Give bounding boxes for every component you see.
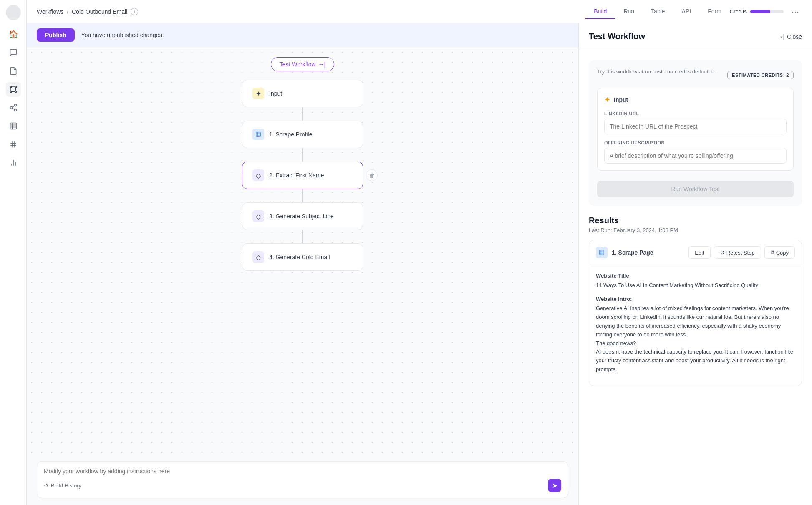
node-scrape-label: 1. Scrape Profile (269, 131, 313, 138)
close-arrow-icon: →| (777, 33, 785, 40)
sidebar: 🏠 (0, 0, 27, 505)
trial-header: Try this workflow at no cost - no credit… (597, 68, 794, 81)
input-section-title: Input (614, 96, 628, 103)
node-extract-label: 2. Extract First Name (269, 172, 324, 179)
breadcrumb-current: Cold Outbound Email (72, 8, 127, 15)
publish-message: You have unpublished changes. (81, 32, 164, 38)
result-card-body: Website Title: 11 Ways To Use AI In Cont… (589, 265, 802, 386)
node-scrape-icon (252, 129, 264, 140)
svg-point-10 (14, 109, 16, 111)
sidebar-item-analytics[interactable] (6, 155, 21, 170)
credits-progress-bar (750, 10, 784, 13)
result-actions: Edit ↺ Retest Step ⧉ Copy (688, 246, 795, 259)
sidebar-item-messages[interactable] (6, 45, 21, 60)
website-intro-value: Generative AI inspires a lot of mixed fe… (596, 304, 795, 374)
credits-label: Credits (730, 8, 747, 15)
svg-point-0 (10, 86, 11, 88)
close-button[interactable]: →| Close (777, 33, 802, 40)
modify-input[interactable] (44, 468, 561, 475)
svg-point-8 (14, 104, 16, 106)
offering-description-input[interactable] (604, 148, 787, 164)
node-extract-icon: ◇ (252, 169, 264, 181)
retest-icon: ↺ (720, 250, 725, 256)
svg-line-12 (12, 106, 15, 107)
node-subject[interactable]: ◇ 3. Generate Subject Line (242, 202, 363, 230)
tab-build[interactable]: Build (585, 5, 615, 19)
sidebar-item-document[interactable] (6, 63, 21, 78)
connector-3 (302, 189, 303, 202)
tab-table[interactable]: Table (643, 5, 673, 19)
test-workflow-button[interactable]: Test Workflow →| (271, 57, 335, 71)
publish-bar: Publish You have unpublished changes. (27, 23, 578, 47)
node-email[interactable]: ◇ 4. Generate Cold Email (242, 243, 363, 271)
node-scrape[interactable]: 1. Scrape Profile (242, 121, 363, 148)
svg-rect-13 (10, 123, 16, 129)
svg-line-20 (14, 141, 15, 148)
results-subtitle: Last Run: February 3, 2024, 1:08 PM (589, 227, 802, 233)
sidebar-item-integrations[interactable] (6, 100, 21, 115)
send-button[interactable]: ➤ (548, 479, 561, 492)
sidebar-item-workflows[interactable] (6, 82, 21, 97)
more-options-button[interactable]: ⋯ (789, 5, 802, 18)
copy-button[interactable]: ⧉ Copy (764, 246, 795, 259)
svg-point-2 (10, 91, 11, 92)
workflow-nodes: ✦ Input 1. Scrape Profile ◇ (242, 80, 363, 271)
node-subject-label: 3. Generate Subject Line (269, 213, 334, 220)
sidebar-item-home[interactable]: 🏠 (6, 27, 21, 42)
svg-point-1 (15, 86, 16, 88)
run-workflow-test-button[interactable]: Run Workflow Test (597, 181, 794, 197)
sidebar-item-hashtag[interactable] (6, 137, 21, 152)
test-workflow-label: Test Workflow (280, 61, 316, 68)
website-title-value: 11 Ways To Use AI In Content Marketing W… (596, 281, 795, 290)
right-panel: Test Workflow →| Close Try this workflow… (578, 23, 812, 505)
modify-input-container: ↺ Build History ➤ (37, 461, 568, 498)
node-subject-icon: ◇ (252, 210, 264, 222)
credits-bar: Credits (730, 8, 784, 15)
estimated-credits-badge: ESTIMATED CREDITS: 2 (727, 71, 794, 79)
send-icon: ➤ (552, 482, 557, 490)
credits-fill (750, 10, 770, 13)
svg-rect-28 (600, 250, 604, 255)
breadcrumb-workflows[interactable]: Workflows (37, 8, 63, 15)
node-extract[interactable]: ◇ 2. Extract First Name 🗑 (242, 162, 363, 189)
retest-step-button[interactable]: ↺ Retest Step (714, 246, 761, 259)
website-intro-label: Website Intro: (596, 295, 795, 304)
node-email-icon: ◇ (252, 251, 264, 263)
input-section-header: ✦ Input (604, 95, 787, 104)
connector-4 (302, 230, 303, 243)
linkedin-url-input[interactable] (604, 119, 787, 134)
avatar[interactable] (6, 5, 21, 20)
edit-button[interactable]: Edit (688, 246, 710, 259)
breadcrumb: Workflows / Cold Outbound Email i (37, 8, 585, 15)
result-card-header: 1. Scrape Page Edit ↺ Retest Step ⧉ Copy (589, 240, 802, 265)
node-input[interactable]: ✦ Input (242, 80, 363, 107)
tab-run[interactable]: Run (615, 5, 643, 19)
tab-form[interactable]: Form (699, 5, 730, 19)
build-history-button[interactable]: ↺ Build History (44, 482, 81, 489)
node-delete-button[interactable]: 🗑 (366, 169, 378, 181)
result-card-icon (596, 247, 608, 258)
right-panel-header: Test Workflow →| Close (579, 23, 812, 50)
results-title: Results (589, 216, 802, 225)
input-section: ✦ Input LINKEDIN URL OFFERING DESCRIPTIO… (597, 88, 794, 171)
svg-line-19 (12, 141, 13, 148)
main-container: Workflows / Cold Outbound Email i Build … (27, 0, 812, 505)
header: Workflows / Cold Outbound Email i Build … (27, 0, 812, 23)
sidebar-item-table[interactable] (6, 119, 21, 134)
offering-desc-label: OFFERING DESCRIPTION (604, 140, 787, 145)
test-workflow-arrow-icon: →| (318, 61, 326, 68)
info-icon[interactable]: i (131, 8, 138, 15)
result-card-scrape: 1. Scrape Page Edit ↺ Retest Step ⧉ Copy (589, 240, 802, 386)
workflow-canvas: Test Workflow →| ✦ Input 1. (27, 47, 578, 454)
modify-footer: ↺ Build History ➤ (44, 479, 561, 492)
close-label: Close (787, 33, 802, 40)
result-card-title: 1. Scrape Page (612, 249, 684, 256)
node-input-icon: ✦ (252, 88, 264, 99)
connector-1 (302, 107, 303, 121)
copy-icon: ⧉ (771, 249, 774, 256)
node-email-label: 4. Generate Cold Email (269, 254, 330, 260)
tab-api[interactable]: API (673, 5, 700, 19)
header-actions: Credits ⋯ (730, 5, 802, 18)
breadcrumb-separator: / (67, 8, 68, 15)
publish-button[interactable]: Publish (37, 28, 75, 42)
